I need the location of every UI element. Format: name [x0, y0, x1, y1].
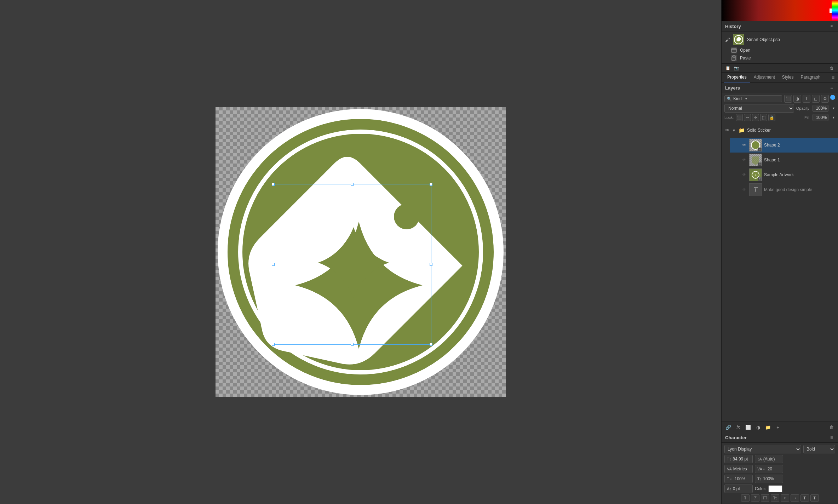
- fx-btn[interactable]: fx: [734, 423, 742, 431]
- v-scale-icon: T↕: [757, 477, 762, 481]
- svg-rect-8: [733, 56, 735, 57]
- layer-toolbar: 🔗 fx ⬜ ◑ 📁 + 🗑: [722, 422, 838, 433]
- filter-shape-btn[interactable]: ◻: [812, 95, 820, 103]
- char-italic-btn[interactable]: T: [751, 494, 759, 502]
- kerning-row: VA Metrics VA↔ 20: [724, 465, 835, 473]
- layer-visibility-shape2[interactable]: 👁: [741, 142, 747, 148]
- char-allcaps-btn[interactable]: TT: [761, 494, 769, 502]
- font-family-select[interactable]: Lyon Display: [724, 445, 801, 453]
- layer-artwork-name: Sample Artwork: [764, 172, 835, 177]
- layer-shape1[interactable]: 👁 S Shape 1: [730, 153, 838, 167]
- history-delete-btn[interactable]: 🗑: [829, 65, 834, 71]
- filter-toggle-dot[interactable]: [830, 95, 835, 100]
- char-strike-btn[interactable]: T: [810, 494, 819, 502]
- h-scale-value: 100%: [735, 476, 746, 481]
- font-family-row: Lyon Display Bold: [724, 445, 835, 453]
- h-scale-icon: T↔: [727, 477, 733, 481]
- canvas-area[interactable]: [0, 0, 721, 504]
- sticker-artwork: [216, 107, 506, 397]
- properties-menu-icon[interactable]: ≡: [830, 75, 836, 80]
- scale-row: T↔ 100% T↕ 100%: [724, 475, 835, 483]
- layer-expand-arrow[interactable]: ▼: [732, 128, 736, 132]
- font-size-box[interactable]: T↕ 84.99 pt: [724, 455, 753, 463]
- mask-btn[interactable]: ⬜: [744, 423, 752, 431]
- svg-text:S: S: [754, 174, 756, 177]
- history-active-item[interactable]: 🖌 Smart Object.psb: [722, 33, 838, 46]
- layer-visibility-group[interactable]: 👁: [724, 127, 730, 133]
- lock-all-btn[interactable]: 🔒: [768, 114, 775, 121]
- color-indicator[interactable]: [830, 8, 832, 13]
- tab-styles[interactable]: Styles: [779, 73, 797, 82]
- color-label: Color:: [755, 486, 766, 491]
- search-icon: 🔍: [727, 97, 732, 101]
- layer-shape1-name: Shape 1: [764, 158, 835, 162]
- fill-value[interactable]: 100%: [813, 114, 828, 121]
- char-bold-btn[interactable]: T: [741, 494, 750, 502]
- leading-icon: ↕A: [757, 457, 762, 461]
- kerning-box[interactable]: VA Metrics: [724, 465, 753, 473]
- history-item-open[interactable]: Open: [722, 46, 838, 54]
- fill-arrow[interactable]: ▼: [832, 116, 835, 119]
- lock-move-btn[interactable]: ✛: [752, 114, 759, 121]
- opacity-value[interactable]: 100%: [813, 105, 828, 112]
- folder-icon: 📁: [739, 127, 745, 133]
- delete-layer-btn[interactable]: 🗑: [827, 423, 835, 431]
- history-menu-icon[interactable]: ≡: [829, 23, 834, 29]
- blend-row: Normal Opacity: 100% ▼: [724, 104, 835, 113]
- character-title: Character: [725, 435, 747, 440]
- layer-sample-artwork[interactable]: 👁 S ↻ Sample Artwork: [730, 167, 838, 182]
- right-panel: History ≡ 🖌 Smart Object.psb: [721, 0, 838, 504]
- character-menu-icon[interactable]: ≡: [829, 435, 834, 440]
- font-size-row: T↕ 84.99 pt ↕A (Auto): [724, 455, 835, 463]
- new-layer-btn[interactable]: +: [774, 423, 782, 431]
- filter-smart-btn[interactable]: ⚙: [821, 95, 829, 103]
- lock-draw-btn[interactable]: ✏: [744, 114, 751, 121]
- blend-mode-select[interactable]: Normal: [724, 104, 794, 113]
- h-scale-box[interactable]: T↔ 100%: [724, 475, 753, 483]
- filter-adjust-btn[interactable]: ◑: [793, 95, 801, 103]
- layer-shape2[interactable]: 👁 S Shape 2: [730, 138, 838, 153]
- tab-properties[interactable]: Properties: [724, 73, 750, 82]
- tab-adjustment[interactable]: Adjustment: [750, 73, 779, 82]
- layers-menu-icon[interactable]: ≡: [829, 85, 834, 91]
- history-snapshot-btn[interactable]: 📋: [725, 65, 731, 71]
- char-super-btn[interactable]: T²: [781, 494, 789, 502]
- folder-btn[interactable]: 📁: [764, 423, 772, 431]
- filter-type-btn[interactable]: T: [803, 95, 810, 103]
- char-smallcaps-btn[interactable]: Tt: [771, 494, 779, 502]
- eye-icon-text: 👁: [742, 187, 746, 192]
- color-gradient[interactable]: [722, 0, 832, 21]
- history-item-paste[interactable]: Paste: [722, 54, 838, 62]
- tab-paragraph[interactable]: Paragraph: [797, 73, 824, 82]
- lock-artboard-btn[interactable]: ⬚: [760, 114, 767, 121]
- font-style-select[interactable]: Bold: [803, 445, 835, 453]
- character-panel: Character ≡ Lyon Display Bold T↕ 84.99 p…: [722, 433, 838, 504]
- lock-pixel-btn[interactable]: ⬛: [736, 114, 743, 121]
- v-scale-value: 100%: [763, 476, 774, 481]
- layer-group-solid-sticker[interactable]: 👁 ▼ 📁 Solid Sticker: [722, 123, 838, 138]
- layer-text[interactable]: 👁 T Make good design simple: [730, 182, 838, 197]
- filter-pixel-btn[interactable]: ⬛: [784, 95, 792, 103]
- text-color-swatch[interactable]: [768, 485, 782, 492]
- char-underline-btn[interactable]: T: [800, 494, 809, 502]
- layer-visibility-text[interactable]: 👁: [741, 187, 747, 193]
- leading-box[interactable]: ↕A (Auto): [755, 455, 783, 463]
- v-scale-box[interactable]: T↕ 100%: [755, 475, 783, 483]
- link-layers-btn[interactable]: 🔗: [724, 423, 732, 431]
- baseline-box[interactable]: A↑ 0 pt: [724, 485, 753, 493]
- char-sub-btn[interactable]: T₂: [791, 494, 799, 502]
- history-camera-btn[interactable]: 📷: [734, 65, 739, 71]
- history-paste-icon: [731, 55, 737, 61]
- adjustment-btn[interactable]: ◑: [754, 423, 762, 431]
- history-list: 🖌 Smart Object.psb Open: [722, 31, 838, 63]
- layer-visibility-artwork[interactable]: 👁: [741, 172, 747, 178]
- lock-label: Lock:: [724, 115, 734, 120]
- layers-title: Layers: [725, 85, 740, 91]
- layer-filter-box[interactable]: 🔍 Kind ▼: [724, 95, 782, 102]
- opacity-arrow[interactable]: ▼: [832, 107, 835, 110]
- color-strip[interactable]: [832, 0, 838, 21]
- filter-icons-row: ⬛ ◑ T ◻ ⚙: [784, 95, 835, 103]
- tracking-box[interactable]: VA↔ 20: [755, 465, 783, 473]
- layer-visibility-shape1[interactable]: 👁: [741, 157, 747, 163]
- layer-filter-row: 🔍 Kind ▼ ⬛ ◑ T ◻ ⚙: [724, 95, 835, 103]
